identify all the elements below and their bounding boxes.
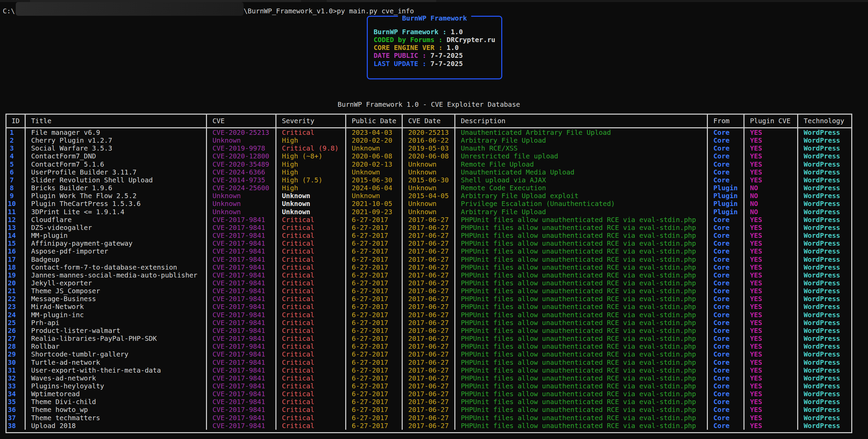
table-row: 12CloudflareCVE-2017-9841Critical6-27-20… [7, 216, 851, 224]
cve-table-container: IDTitleCVESeverityPublic DateCVE DateDes… [5, 114, 852, 433]
cell-from: Core [708, 311, 744, 319]
cell-cve-date: 2017-06-27 [403, 398, 455, 406]
cell-id: 13 [7, 224, 26, 232]
cell-cve-date: 2017-06-27 [403, 224, 455, 232]
cell-title: 3DPrint Lite <= 1.9.1.4 [26, 208, 207, 216]
cell-plugin-cve: YES [744, 366, 798, 374]
cell-from: Core [708, 359, 744, 366]
cell-id: 34 [7, 390, 26, 398]
cell-cve: Unknown [207, 137, 276, 144]
cell-id: 9 [7, 192, 26, 200]
cell-technology: WordPress [798, 184, 851, 192]
cell-cve-date: 2017-06-27 [403, 216, 455, 224]
cell-public-date: 6-27-2017 [346, 374, 403, 382]
cell-cve-date: 2016-06-22 [403, 137, 455, 144]
cell-id: 35 [7, 398, 26, 406]
cell-public-date: 6-27-2017 [346, 359, 403, 366]
cell-description: Unauth RCE/XSS [455, 144, 708, 152]
table-row: 35Theme Divi-childCVE-2017-9841Critical6… [7, 398, 851, 406]
cell-title: Waves-ad-network [26, 374, 207, 382]
cell-cve: CVE-2020-12800 [207, 152, 276, 160]
table-row: 38Upload 2018CVE-2017-9841Critical6-27-2… [7, 422, 851, 430]
cell-from: Core [708, 160, 744, 168]
cell-id: 16 [7, 247, 26, 255]
cell-public-date: 6-27-2017 [346, 422, 403, 430]
cell-title: Social Warfare 3.5.3 [26, 144, 207, 152]
cell-title: Cloudflare [26, 216, 207, 224]
cell-public-date: 6-27-2017 [346, 343, 403, 350]
cell-id: 1 [7, 128, 26, 137]
cell-severity: Critical [276, 366, 346, 374]
cell-cve: CVE-2014-9735 [207, 176, 276, 184]
cell-cve-date: 2017-06-27 [403, 350, 455, 358]
cell-description: Unauthenticated Arbitrary File Upload [455, 128, 708, 137]
cell-technology: WordPress [798, 398, 851, 406]
cell-from: Core [708, 176, 744, 184]
cell-id: 12 [7, 216, 26, 224]
table-row: 33Plugins-heyloyaltyCVE-2017-9841Critica… [7, 382, 851, 390]
cell-public-date: 2020-02-13 [346, 160, 403, 168]
cell-description: PHPUnit files allow unauthenticated RCE … [455, 247, 708, 255]
cell-severity: Unknown [276, 200, 346, 208]
cell-description: PHPUnit files allow unauthenticated RCE … [455, 343, 708, 350]
cell-technology: WordPress [798, 271, 851, 279]
cell-cve: Unknown [207, 200, 276, 208]
cell-cve-date: Unknown [403, 160, 455, 168]
cell-public-date: 6-27-2017 [346, 311, 403, 319]
banner-info-value: DRCrypter.ru [446, 36, 495, 44]
table-row: 21Theme JS_ComposerCVE-2017-9841Critical… [7, 287, 851, 295]
cell-severity: Critical [276, 232, 346, 240]
cell-technology: WordPress [798, 406, 851, 414]
cell-technology: WordPress [798, 137, 851, 144]
column-header: From [708, 115, 744, 128]
table-row: 26Product-lister-walmartCVE-2017-9841Cri… [7, 327, 851, 335]
cell-technology: WordPress [798, 327, 851, 335]
terminal-window[interactable]: { "terminal": { "prompt_prefix": "C:\\",… [0, 0, 868, 439]
cell-cve: CVE-2017-9841 [207, 335, 276, 343]
cell-from: Core [708, 374, 744, 382]
cell-public-date: 2020-06-08 [346, 152, 403, 160]
cell-severity: High [276, 160, 346, 168]
cell-public-date: 2015-06-30 [346, 176, 403, 184]
cell-description: PHPUnit files allow unauthenticated RCE … [455, 287, 708, 295]
column-header: ID [7, 115, 26, 128]
table-row: 29Shortcode-tumblr-galleryCVE-2017-9841C… [7, 350, 851, 358]
cell-plugin-cve: NO [744, 192, 798, 200]
cell-cve-date: 2019-05-03 [403, 144, 455, 152]
cell-technology: WordPress [798, 216, 851, 224]
cell-from: Core [708, 398, 744, 406]
cell-plugin-cve: YES [744, 335, 798, 343]
banner-info-label: BurnWP Framework : [374, 28, 451, 36]
banner-info-label: LAST UPDATE : [374, 60, 430, 68]
cell-severity: Critical [276, 359, 346, 366]
cell-description: PHPUnit files allow unauthenticated RCE … [455, 335, 708, 343]
cell-id: 7 [7, 176, 26, 184]
cell-title: Bricks Builder 1.9.6 [26, 184, 207, 192]
cell-title: Plugin Work The Flow 2.5.2 [26, 192, 207, 200]
cell-technology: WordPress [798, 247, 851, 255]
cell-id: 24 [7, 311, 26, 319]
table-row: 19Jannes-mannes-social-media-auto-publis… [7, 271, 851, 279]
cell-id: 29 [7, 350, 26, 358]
table-row: 36Theme howto_wpCVE-2017-9841Critical6-2… [7, 406, 851, 414]
cell-technology: WordPress [798, 350, 851, 358]
cve-table: IDTitleCVESeverityPublic DateCVE DateDes… [7, 115, 851, 430]
cell-description: PHPUnit files allow unauthenticated RCE … [455, 216, 708, 224]
cell-public-date: 6-27-2017 [346, 232, 403, 240]
cell-cve-date: 2017-06-27 [403, 319, 455, 327]
table-title: BurnWP Framework 1.0 - CVE Exploiter Dat… [5, 101, 852, 108]
cell-title: Message-Business [26, 295, 207, 303]
cell-id: 20 [7, 279, 26, 287]
cell-cve: CVE-2019-9978 [207, 144, 276, 152]
column-header: CVE Date [403, 115, 455, 128]
cell-id: 22 [7, 295, 26, 303]
cell-title: UserProfile Builder 3.11.7 [26, 168, 207, 176]
cell-title: Theme JS_Composer [26, 287, 207, 295]
cell-description: PHPUnit files allow unauthenticated RCE … [455, 382, 708, 390]
cell-cve-date: Unknown [403, 200, 455, 208]
prompt-command: \BurnWP_Framework_v1.0>py main.py cve_in… [244, 7, 414, 15]
column-header: Severity [276, 115, 346, 128]
cell-title: Jekyll-exporter [26, 279, 207, 287]
cell-public-date: 6-27-2017 [346, 398, 403, 406]
cell-severity: Critical [276, 422, 346, 430]
